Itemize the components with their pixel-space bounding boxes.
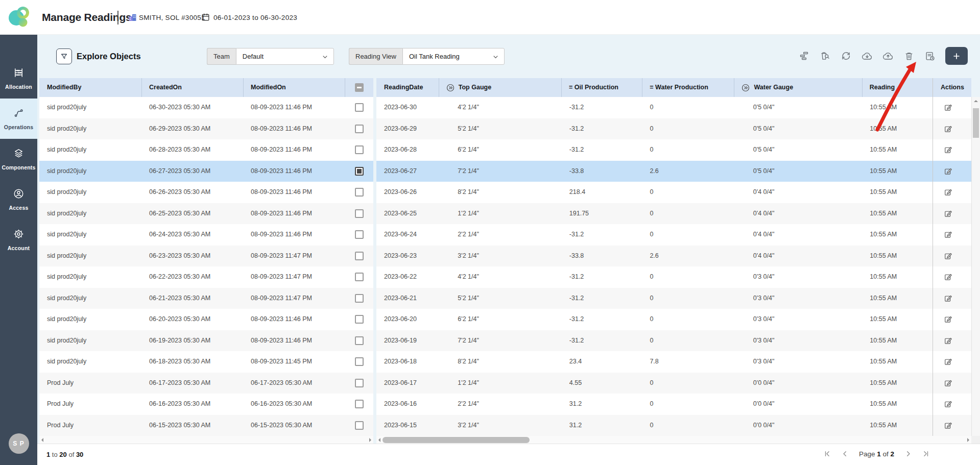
table-row[interactable]: sid prod20july06-25-2023 05:30 AM08-09-2… [39,203,373,225]
edit-row-button[interactable] [942,314,953,325]
cloud-download-icon[interactable] [858,47,875,64]
column-header-water-gauge[interactable]: Water Gauge [734,78,862,97]
table-row[interactable]: 2023-06-197'2 1/4"-31.200'3 0/4"10:55 AM [376,330,933,352]
table-row[interactable]: sid prod20july06-24-2023 05:30 AM08-09-2… [39,224,373,246]
horizontal-scroll-thumb[interactable] [383,437,530,443]
add-reading-button[interactable] [945,47,968,65]
table-row[interactable]: 2023-06-188'2 1/4"23.47.80'3 0/4"10:55 A… [376,351,933,373]
last-page-button[interactable] [921,449,931,459]
table-row[interactable]: 2023-06-277'2 1/4"-33.82.60'5 0/4"10:55 … [376,161,933,182]
vertical-scroll-thumb[interactable] [973,108,979,138]
user-avatar[interactable]: S P [9,433,29,454]
edit-row-button[interactable] [942,356,953,368]
edit-row-button[interactable] [942,229,953,240]
edit-row-button[interactable] [942,165,953,177]
table-row[interactable]: sid prod20july06-28-2023 05:30 AM08-09-2… [39,139,373,161]
column-header-createdon[interactable]: CreatedOn [141,78,243,97]
table-row[interactable]: sid prod20july06-20-2023 05:30 AM08-09-2… [39,309,373,330]
row-checkbox[interactable] [355,294,364,303]
sidebar-item-components[interactable]: Components [0,139,37,179]
empty-recycle-bin-icon[interactable] [817,47,833,64]
row-checkbox[interactable] [355,379,364,387]
group-rows-icon[interactable] [796,47,812,64]
edit-row-button[interactable] [942,272,953,283]
row-checkbox[interactable] [355,252,364,260]
row-checkbox[interactable] [355,315,364,324]
edit-row-button[interactable] [942,335,953,346]
team-select[interactable]: Default [236,48,334,65]
reading-view-select[interactable]: Oil Tank Reading [402,48,505,65]
edit-row-button[interactable] [942,377,953,388]
row-checkbox[interactable] [355,273,364,281]
table-row[interactable]: sid prod20july06-29-2023 05:30 AM08-09-2… [39,118,373,140]
sidebar-item-access[interactable]: Access [0,179,37,219]
column-header-water-production[interactable]: = Water Production [642,78,734,97]
scheduled-report-icon[interactable] [921,47,938,64]
table-row[interactable]: sid prod20july06-30-2023 05:30 AM08-09-2… [39,97,373,118]
row-checkbox[interactable] [355,188,364,197]
row-checkbox[interactable] [355,167,364,176]
sidebar-item-operations[interactable]: Operations [0,99,37,139]
table-row[interactable]: sid prod20july06-21-2023 05:30 AM08-09-2… [39,288,373,309]
table-row[interactable]: 2023-06-171'2 1/4"4.5500'0 0/4"10:55 AM [376,373,933,394]
table-row[interactable]: 2023-06-251'2 1/4"191.7500'4 0/4"10:55 A… [376,203,933,225]
scroll-right-arrow-icon[interactable] [967,438,969,442]
refresh-icon[interactable] [838,47,854,64]
edit-row-button[interactable] [942,208,953,219]
table-row[interactable]: sid prod20july06-26-2023 05:30 AM08-09-2… [39,182,373,203]
column-header-reading[interactable]: Reading [862,78,933,97]
frozen-pane-horizontal-scrollbar[interactable] [39,436,373,444]
edit-row-button[interactable] [942,420,953,431]
table-row[interactable]: Prod July06-15-2023 05:30 AM06-15-2023 0… [39,415,373,436]
row-checkbox[interactable] [355,125,364,133]
table-row[interactable]: 2023-06-286'2 1/4"-31.200'5 0/4"10:55 AM [376,139,933,161]
table-row[interactable]: 2023-06-242'2 1/4"-31.200'4 0/4"10:55 AM [376,224,933,246]
table-row[interactable]: 2023-06-233'2 1/4"-33.82.60'4 0/4"10:55 … [376,246,933,267]
table-row[interactable]: sid prod20july06-19-2023 05:30 AM08-09-2… [39,330,373,352]
row-checkbox[interactable] [355,230,364,239]
filter-button[interactable] [56,48,72,64]
column-header-modifiedon[interactable]: ModifiedOn [243,78,345,97]
column-header-modifiedby[interactable]: ModifiedBy [39,78,141,97]
cloud-upload-icon[interactable] [879,47,896,64]
table-row[interactable]: 2023-06-206'2 1/4"-31.200'3 0/4"10:55 AM [376,309,933,330]
scroll-left-arrow-icon[interactable] [378,438,380,442]
column-header-oil-production[interactable]: = Oil Production [561,78,642,97]
edit-row-button[interactable] [942,399,953,410]
row-checkbox[interactable] [355,336,364,345]
date-range[interactable]: 06-01-2023 to 06-30-2023 [213,14,297,21]
table-row[interactable]: 2023-06-162'2 1/4"31.200'0 0/4"10:55 AM [376,394,933,415]
row-checkbox[interactable] [355,421,364,430]
table-row[interactable]: sid prod20july06-22-2023 05:30 AM08-09-2… [39,266,373,288]
sidebar-item-account[interactable]: Account [0,219,37,260]
table-row[interactable]: sid prod20july06-27-2023 05:30 AM08-09-2… [39,161,373,182]
main-horizontal-scrollbar[interactable] [376,436,971,444]
edit-row-button[interactable] [942,292,953,304]
table-row[interactable]: 2023-06-295'2 1/4"-31.200'5 0/4"10:55 AM [376,118,933,140]
table-row[interactable]: 2023-06-215'2 1/4"-31.200'3 0/4"10:55 AM [376,288,933,309]
scroll-left-arrow-icon[interactable] [41,438,43,442]
edit-row-button[interactable] [942,187,953,198]
edit-row-button[interactable] [942,250,953,261]
first-page-button[interactable] [822,449,832,459]
sidebar-item-allocation[interactable]: Allocation [0,58,37,99]
table-row[interactable]: sid prod20july06-23-2023 05:30 AM08-09-2… [39,246,373,267]
next-page-button[interactable] [903,449,914,459]
edit-row-button[interactable] [942,144,953,156]
row-checkbox[interactable] [355,400,364,408]
vertical-scrollbar[interactable] [971,97,980,444]
column-header-readingdate[interactable]: ReadingDate [376,78,439,97]
well-entity-name[interactable]: SMITH, SOL #30051 [139,14,205,21]
edit-row-button[interactable] [942,102,953,113]
table-row[interactable]: Prod July06-17-2023 05:30 AM06-17-2023 0… [39,373,373,394]
row-checkbox[interactable] [355,103,364,112]
column-header-top-gauge[interactable]: Top Gauge [439,78,561,97]
delete-icon[interactable] [900,47,917,64]
table-row[interactable]: 2023-06-268'2 1/4"218.400'4 0/4"10:55 AM [376,182,933,203]
table-row[interactable]: 2023-06-153'2 1/4"31.200'0 0/4"10:55 AM [376,415,933,436]
table-row[interactable]: sid prod20july06-18-2023 05:30 AM08-09-2… [39,351,373,373]
scroll-right-arrow-icon[interactable] [369,438,371,442]
edit-row-button[interactable] [942,123,953,134]
row-checkbox[interactable] [355,209,364,218]
row-checkbox[interactable] [355,145,364,154]
